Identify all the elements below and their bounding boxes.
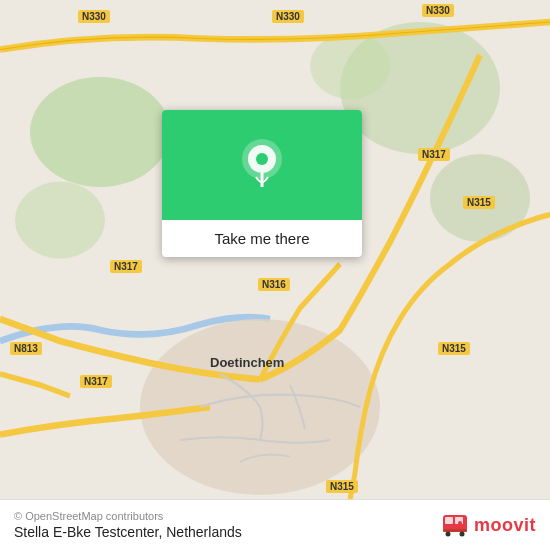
bottom-left: © OpenStreetMap contributors Stella E-Bk… bbox=[14, 510, 242, 540]
svg-point-5 bbox=[310, 33, 390, 99]
take-me-there-button[interactable]: Take me there bbox=[162, 220, 362, 257]
map-container: N330 N330 N330 N317 N317 N317 N316 N315 … bbox=[0, 0, 550, 550]
svg-point-17 bbox=[458, 521, 462, 525]
tooltip-header bbox=[162, 110, 362, 220]
tooltip-card: Take me there bbox=[162, 110, 362, 257]
pin-icon bbox=[240, 139, 284, 191]
moovit-bus-icon bbox=[440, 510, 470, 540]
moovit-logo: moovit bbox=[440, 510, 536, 540]
svg-point-16 bbox=[459, 532, 464, 537]
svg-point-10 bbox=[256, 153, 268, 165]
svg-rect-12 bbox=[445, 517, 453, 524]
moovit-brand-text: moovit bbox=[474, 515, 536, 536]
bottom-bar: © OpenStreetMap contributors Stella E-Bk… bbox=[0, 499, 550, 550]
svg-rect-14 bbox=[443, 529, 467, 532]
svg-point-2 bbox=[15, 182, 105, 259]
location-name: Stella E-Bke Testcenter, Netherlands bbox=[14, 524, 242, 540]
attribution-text: © OpenStreetMap contributors bbox=[14, 510, 242, 522]
svg-point-1 bbox=[30, 77, 170, 187]
svg-point-15 bbox=[445, 532, 450, 537]
map-svg bbox=[0, 0, 550, 550]
